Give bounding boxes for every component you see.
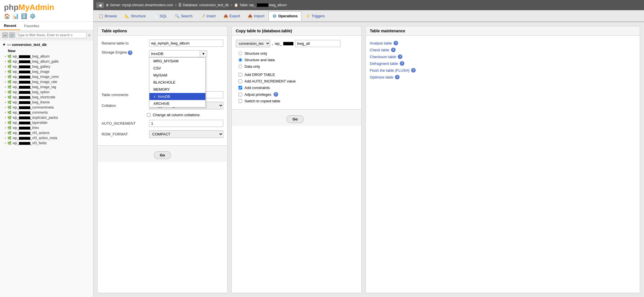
expand-icon[interactable]: + bbox=[5, 80, 6, 84]
optimize-table-link[interactable]: Optimize table ? bbox=[370, 74, 636, 80]
tab-browse[interactable]: 📋 Browse bbox=[95, 11, 121, 21]
structure-and-data-radio[interactable] bbox=[239, 58, 242, 62]
defragment-table-link[interactable]: Defragment table ? bbox=[370, 60, 636, 67]
new-item[interactable]: New bbox=[0, 48, 93, 54]
expand-icon[interactable]: + bbox=[5, 55, 6, 58]
structure-only-radio[interactable] bbox=[239, 52, 242, 55]
list-item[interactable]: + 🌿 wp__layerslider bbox=[0, 120, 93, 125]
flush-help-icon[interactable]: ? bbox=[411, 68, 416, 73]
list-item[interactable]: + 🌿 wp__bwg_theme bbox=[0, 100, 93, 105]
list-item[interactable]: + 🌿 wp__bwg_gallery bbox=[0, 64, 93, 69]
table-options-go-button[interactable]: Go bbox=[154, 151, 171, 159]
list-item[interactable]: + 🌿 wp__bwg_album bbox=[0, 54, 93, 59]
check-help-icon[interactable]: ? bbox=[391, 48, 396, 52]
engine-option-blackhole[interactable]: BLACKHOLE bbox=[149, 79, 205, 86]
list-item[interactable]: + 🌿 wp__links bbox=[0, 125, 93, 130]
expand-icon[interactable]: + bbox=[5, 121, 6, 124]
expand-icon[interactable]: + bbox=[5, 60, 6, 63]
auto-increment-input[interactable] bbox=[149, 120, 223, 127]
expand-icon[interactable]: + bbox=[5, 131, 6, 135]
list-item[interactable]: + 🌿 wp__bwg_option bbox=[0, 90, 93, 95]
settings-icon[interactable]: ⚙️ bbox=[29, 13, 36, 19]
list-item[interactable]: + 🌿 wp__nf3_actions bbox=[0, 130, 93, 135]
adjust-privileges-checkbox[interactable] bbox=[239, 93, 242, 96]
list-item[interactable]: + 🌿 wp__bwg_image_rate bbox=[0, 79, 93, 84]
link-btn[interactable]: 🔗 bbox=[9, 32, 15, 38]
engine-input[interactable] bbox=[149, 50, 200, 57]
list-item[interactable]: + 🌿 wp__bwg_shortcode bbox=[0, 95, 93, 100]
copy-table-go-button[interactable]: Go bbox=[287, 115, 304, 123]
expand-icon[interactable]: + bbox=[5, 96, 6, 99]
change-collations-checkbox[interactable] bbox=[147, 113, 151, 117]
tab-operations[interactable]: ⚙️ Operations bbox=[269, 11, 301, 21]
rename-input[interactable] bbox=[149, 40, 223, 47]
expand-icon[interactable]: + bbox=[5, 86, 6, 89]
table-label-bc[interactable]: Table: wp_ bbox=[239, 3, 256, 7]
engine-option-csv[interactable]: CSV bbox=[149, 65, 205, 72]
storage-engine-help-icon[interactable]: ? bbox=[128, 50, 132, 55]
copy-db-select[interactable]: conversion_tes bbox=[236, 40, 270, 47]
expand-icon[interactable]: + bbox=[5, 137, 6, 140]
expand-icon[interactable]: + bbox=[5, 101, 6, 104]
expand-icon[interactable]: + bbox=[5, 65, 6, 68]
engine-option-mrg[interactable]: MRG_MYISAM bbox=[149, 58, 205, 65]
list-item[interactable]: + 🌿 wp__commentmeta bbox=[0, 105, 93, 110]
list-item[interactable]: + 🌿 wp__bwg_image_tag bbox=[0, 84, 93, 90]
server-label[interactable]: Server: mysql.ctimusic.dreamhosters.com bbox=[110, 3, 173, 7]
adjust-privileges-help-icon[interactable]: ? bbox=[274, 92, 278, 97]
row-format-select[interactable]: COMPACT bbox=[149, 130, 223, 138]
expand-icon[interactable]: + bbox=[5, 106, 6, 109]
expand-icon[interactable]: + bbox=[5, 75, 6, 79]
add-drop-table-checkbox[interactable] bbox=[239, 73, 242, 77]
engine-option-archive[interactable]: ARCHIVE bbox=[149, 100, 205, 107]
checksum-table-link[interactable]: Checksum table ? bbox=[370, 53, 636, 60]
engine-option-innodb[interactable]: ✓ InnoDB bbox=[149, 93, 205, 100]
expand-icon[interactable]: + bbox=[5, 111, 6, 114]
engine-option-memory[interactable]: MEMORY bbox=[149, 86, 205, 93]
tab-sql[interactable]: 📄 SQL bbox=[150, 11, 171, 21]
recent-tab[interactable]: Recent bbox=[0, 22, 20, 30]
tab-import[interactable]: 📥 Import bbox=[244, 11, 268, 21]
filter-input[interactable] bbox=[16, 32, 87, 38]
copy-table-input[interactable] bbox=[295, 40, 340, 47]
db-icon[interactable]: 📊 bbox=[12, 13, 19, 19]
expand-icon[interactable]: + bbox=[5, 142, 6, 145]
info-icon[interactable]: ℹ️ bbox=[21, 13, 27, 19]
optimize-help-icon[interactable]: ? bbox=[395, 75, 400, 79]
list-item[interactable]: + 🌿 wp__duplicator_packa bbox=[0, 115, 93, 120]
add-auto-increment-checkbox[interactable] bbox=[239, 79, 242, 83]
back-button[interactable]: ◀ bbox=[96, 2, 104, 8]
collapse-btn[interactable]: — bbox=[2, 32, 8, 38]
db-label[interactable]: Database: conversion_test_db bbox=[183, 3, 229, 7]
analyze-help-icon[interactable]: ? bbox=[394, 41, 398, 45]
expand-icon[interactable]: + bbox=[5, 70, 6, 73]
list-item[interactable]: + 🌿 wp__bwg_image_comr bbox=[0, 74, 93, 79]
list-item[interactable]: + 🌿 wp__bwg_album_galle bbox=[0, 59, 93, 64]
check-table-link[interactable]: Check table ? bbox=[370, 46, 636, 53]
flush-table-link[interactable]: Flush the table (FLUSH) ? bbox=[370, 67, 636, 74]
expand-icon[interactable]: + bbox=[5, 91, 6, 94]
checksum-help-icon[interactable]: ? bbox=[398, 54, 402, 59]
tab-structure[interactable]: 📐 Structure bbox=[121, 11, 149, 21]
tab-export[interactable]: 📤 Export bbox=[220, 11, 244, 21]
tab-triggers[interactable]: ⚡ Triggers bbox=[302, 11, 329, 21]
engine-option-myisam[interactable]: MyISAM bbox=[149, 72, 205, 79]
add-constraints-checkbox[interactable] bbox=[239, 86, 242, 90]
db-name[interactable]: conversion_test_db bbox=[12, 43, 47, 47]
list-item[interactable]: + 🌿 wp__comments bbox=[0, 110, 93, 115]
list-item[interactable]: + 🌿 wp__nf3_fields bbox=[0, 141, 93, 146]
tab-search[interactable]: 🔍 Search bbox=[171, 11, 196, 21]
db-collapse-icon[interactable]: ▼ bbox=[2, 43, 6, 47]
defragment-help-icon[interactable]: ? bbox=[400, 61, 404, 66]
expand-icon[interactable]: + bbox=[5, 116, 6, 119]
switch-to-copied-checkbox[interactable] bbox=[239, 99, 242, 103]
list-item[interactable]: + 🌿 wp__nf3_action_meta bbox=[0, 135, 93, 141]
list-item[interactable]: + 🌿 wp__bwg_image bbox=[0, 69, 93, 74]
data-only-radio[interactable] bbox=[239, 65, 242, 68]
expand-icon[interactable]: + bbox=[5, 126, 6, 130]
filter-clear-btn[interactable]: ✕ bbox=[88, 33, 91, 37]
analyze-table-link[interactable]: Analyze table ? bbox=[370, 40, 636, 46]
tab-insert[interactable]: 📝 Insert bbox=[197, 11, 219, 21]
home-icon[interactable]: 🏠 bbox=[4, 13, 10, 19]
favorites-tab[interactable]: Favorites bbox=[20, 22, 43, 30]
